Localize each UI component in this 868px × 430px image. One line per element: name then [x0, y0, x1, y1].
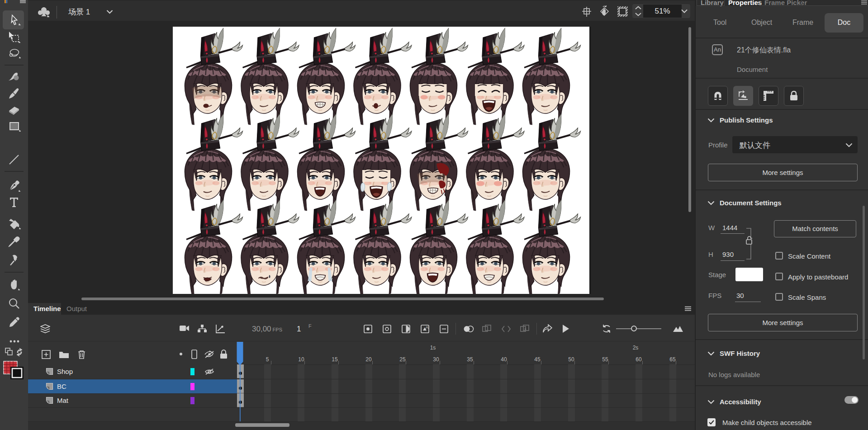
- svg-text:A: A: [426, 325, 428, 330]
